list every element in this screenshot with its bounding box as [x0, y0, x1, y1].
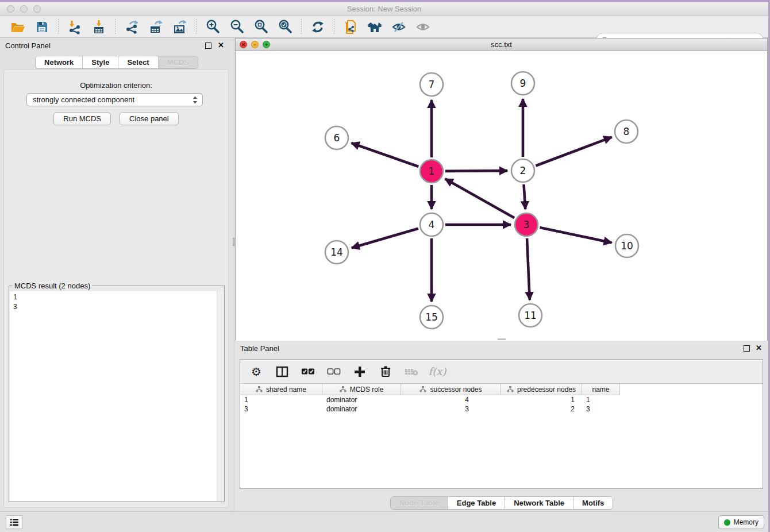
node-label-4: 4 [429, 219, 435, 230]
edge-1-6[interactable] [351, 143, 418, 167]
zoom-out-icon[interactable] [228, 18, 245, 36]
tab-node-table[interactable]: Node Table [391, 497, 448, 509]
table-cell[interactable]: 1 [582, 395, 620, 404]
table-cell[interactable]: 2 [501, 404, 582, 414]
result-scrollbar[interactable] [217, 291, 224, 501]
table-row[interactable]: 1dominator411 [240, 395, 763, 404]
select-all-icon[interactable] [301, 364, 315, 379]
float-panel-icon[interactable] [205, 43, 211, 49]
edge-1-2[interactable] [445, 171, 507, 171]
column-header-successor-nodes[interactable]: successor nodes [401, 384, 501, 395]
tab-edge-table[interactable]: Edge Table [448, 497, 505, 509]
function-builder-icon: f(x) [430, 364, 444, 379]
fit-content-icon[interactable] [252, 18, 270, 36]
node-label-2: 2 [520, 165, 526, 176]
close-window-button[interactable] [7, 5, 14, 13]
float-table-panel-icon[interactable] [744, 345, 750, 352]
network-window-titlebar[interactable]: ✕ − + scc.txt [236, 38, 767, 51]
import-table-icon[interactable] [90, 18, 107, 36]
tab-network[interactable]: Network [36, 56, 82, 68]
column-label: name [592, 385, 609, 394]
criterion-dropdown-value: strongly connected component [33, 95, 134, 104]
task-history-button[interactable] [6, 515, 22, 529]
minimize-window-button[interactable] [20, 5, 28, 13]
table-cell[interactable]: 4 [401, 395, 501, 404]
column-header-shared-name[interactable]: shared name [240, 384, 322, 395]
home-icon[interactable] [366, 18, 383, 36]
delete-column-icon[interactable] [379, 364, 392, 379]
column-label: shared name [266, 385, 306, 394]
table-cell[interactable]: 1 [240, 395, 322, 404]
table-cell[interactable]: 1 [501, 395, 582, 404]
split-panel-icon[interactable] [275, 364, 289, 379]
tab-mcds[interactable]: MCDS [158, 56, 198, 68]
close-panel-button[interactable]: Close panel [120, 112, 179, 125]
toolbar-separator [115, 19, 116, 35]
mcds-result-lines: 1 3 [10, 291, 224, 313]
save-session-icon[interactable] [33, 18, 51, 36]
table-cell[interactable]: dominator [322, 404, 401, 414]
node-label-11: 11 [524, 310, 537, 321]
node-label-10: 10 [621, 240, 633, 252]
run-mcds-button[interactable]: Run MCDS [53, 112, 111, 125]
column-header-name[interactable]: name [582, 384, 620, 395]
toolbar-separator [58, 19, 59, 35]
import-network-icon[interactable] [66, 18, 83, 36]
table-cell[interactable]: 3 [240, 404, 322, 414]
table-panel: Table Panel ✕ ⚙ [235, 341, 768, 511]
table-cell[interactable]: dominator [322, 395, 401, 404]
toolbar-separator [196, 19, 197, 35]
table-cell[interactable]: 3 [401, 404, 501, 414]
canvas-grip[interactable] [498, 338, 506, 340]
network-view-window: ✕ − + scc.txt 1234678910111415 [235, 38, 768, 341]
mcds-panel: Optimization criterion: strongly connect… [3, 69, 229, 508]
export-image-icon[interactable] [171, 18, 188, 36]
table-cell[interactable]: 3 [582, 404, 620, 414]
table-row[interactable]: 3dominator323 [240, 404, 763, 414]
toolbar-separator [301, 19, 302, 35]
status-bar: Memory [0, 511, 768, 532]
tab-motifs[interactable]: Motifs [573, 497, 613, 509]
memory-label: Memory [734, 518, 759, 526]
hide-selected-eye-icon[interactable] [390, 18, 407, 36]
show-all-eye-icon[interactable] [414, 18, 432, 36]
table-settings-icon[interactable]: ⚙ [249, 364, 263, 379]
node-label-1: 1 [429, 165, 435, 177]
edge-3-10[interactable] [540, 228, 611, 242]
network-close-button[interactable]: ✕ [240, 41, 247, 48]
edge-3-1[interactable] [445, 179, 515, 218]
network-from-file-icon[interactable] [342, 18, 359, 36]
tab-select[interactable]: Select [118, 56, 157, 68]
edge-2-8[interactable] [536, 137, 611, 166]
mcds-result-area[interactable]: 1 3 [10, 291, 224, 501]
network-maximize-button[interactable]: + [263, 41, 270, 48]
network-canvas[interactable]: 1234678910111415 [236, 51, 767, 341]
deselect-all-icon[interactable] [327, 364, 341, 379]
tab-network-table[interactable]: Network Table [505, 497, 573, 509]
zoom-selected-icon[interactable] [276, 18, 294, 36]
network-minimize-button[interactable]: − [251, 41, 259, 48]
maximize-window-button[interactable] [33, 5, 41, 13]
tab-style[interactable]: Style [82, 56, 118, 68]
control-panel: Control Panel ✕ NetworkStyleSelectMCDS O… [0, 38, 233, 511]
control-panel-tabs: NetworkStyleSelectMCDS [35, 56, 198, 69]
edge-3-11[interactable] [527, 238, 530, 300]
open-file-icon[interactable] [9, 18, 26, 36]
edge-2-3[interactable] [524, 184, 526, 209]
column-header-predecessor-nodes[interactable]: predecessor nodes [501, 384, 582, 395]
add-column-icon[interactable] [353, 364, 367, 379]
memory-button[interactable]: Memory [718, 515, 764, 529]
criterion-dropdown[interactable]: strongly connected component [26, 93, 203, 106]
edge-4-14[interactable] [352, 229, 418, 248]
column-label: predecessor nodes [517, 385, 576, 394]
export-table-icon[interactable] [147, 18, 164, 36]
zoom-in-icon[interactable] [204, 18, 221, 36]
dropdown-stepper-icon [192, 95, 198, 108]
toolbar-separator [334, 19, 334, 35]
attribute-type-icon [507, 386, 514, 392]
close-table-panel-icon[interactable]: ✕ [756, 344, 762, 352]
column-header-mcds-role[interactable]: MCDS role [322, 384, 401, 395]
refresh-icon[interactable] [309, 18, 326, 36]
close-panel-icon[interactable]: ✕ [218, 41, 224, 49]
export-network-icon[interactable] [123, 18, 140, 36]
